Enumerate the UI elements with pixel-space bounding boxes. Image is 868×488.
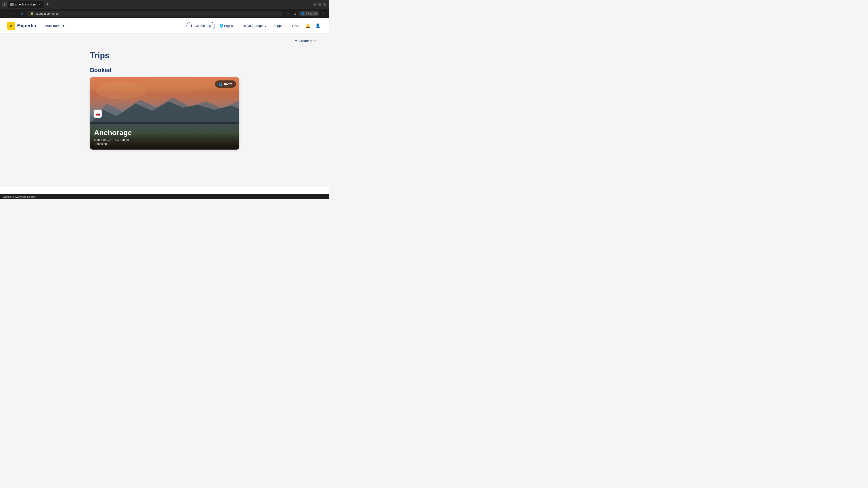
trip-dates: Mon, Feb 19 - Thu, Feb 29: [94, 138, 235, 141]
trip-destination: Anchorage: [94, 129, 235, 137]
support-button[interactable]: Support: [271, 22, 287, 29]
trip-card[interactable]: 👥 Invite 🚗 Anchorage Mon, Feb 19 - Thu, …: [90, 77, 239, 150]
invite-button[interactable]: 👥 Invite: [215, 80, 236, 88]
reload-button[interactable]: ✕: [19, 10, 25, 17]
incognito-button[interactable]: 👤 Incognito: [299, 11, 319, 16]
notifications-button[interactable]: 🔔: [304, 22, 312, 30]
status-text: Waiting for www.expedia.com...: [3, 195, 37, 198]
website-content: Expedia More travel ▾ ⬇ Get the app 🌐 En…: [0, 18, 329, 194]
create-trip-button[interactable]: + Create a trip: [292, 37, 320, 44]
car-icon: 🚗: [95, 111, 100, 116]
status-bar: Waiting for www.expedia.com...: [0, 194, 329, 199]
globe-icon: 🌐: [219, 24, 223, 28]
trips-label: Trips: [292, 24, 299, 28]
tab-list: ▾ expedia.com/trips × +: [2, 1, 50, 8]
close-button[interactable]: [323, 3, 327, 6]
browser-chrome: ▾ expedia.com/trips × + ← → ✕ 🔒: [0, 0, 329, 18]
more-travel-button[interactable]: More travel ▾: [41, 22, 67, 30]
toolbar-actions: ☆ ⧉ 👤 Incognito ⋮: [284, 10, 327, 17]
chevron-down-icon: ▾: [63, 24, 64, 28]
create-trip-label: Create a trip: [299, 39, 317, 43]
logo-icon: [7, 22, 16, 30]
main-content: + Create a trip Trips Booked: [0, 33, 329, 187]
tab-dropdown-button[interactable]: ▾: [2, 2, 7, 7]
language-label: English: [224, 24, 235, 28]
reload-icon: ✕: [21, 11, 24, 16]
more-travel-label: More travel: [44, 24, 61, 28]
create-trip-bar: + Create a trip: [0, 33, 329, 46]
more-icon: ⋮: [322, 12, 325, 15]
lock-icon: 🔒: [30, 12, 34, 15]
maximize-button[interactable]: [318, 3, 321, 6]
new-tab-button[interactable]: +: [45, 2, 50, 7]
bell-icon: 🔔: [305, 23, 310, 28]
logo-text: Expedia: [17, 23, 36, 29]
address-bar[interactable]: 🔒 expedia.com/trips: [27, 11, 283, 17]
browser-titlebar: ▾ expedia.com/trips × +: [0, 0, 329, 9]
list-property-label: List your property: [242, 24, 266, 28]
language-button[interactable]: 🌐 English: [217, 22, 237, 29]
trip-info: Anchorage Mon, Feb 19 - Thu, Feb 29 1 bo…: [90, 125, 239, 150]
star-icon: ☆: [286, 12, 289, 15]
mountain-svg: [90, 95, 239, 124]
incognito-profile-icon: 👤: [301, 12, 305, 15]
account-button[interactable]: 👤: [314, 22, 322, 30]
browser-toolbar: ← → ✕ 🔒 expedia.com/trips ☆ ⧉ 👤 Incognit…: [0, 9, 329, 18]
tab-title: expedia.com/trips: [15, 3, 36, 6]
user-icon: 👤: [315, 23, 320, 28]
nav-right: ⬇ Get the app 🌐 English List your proper…: [186, 22, 322, 30]
expedia-logo[interactable]: Expedia: [7, 22, 36, 30]
download-icon: ⬇: [190, 24, 193, 28]
star-button[interactable]: ☆: [284, 10, 291, 17]
sidebar-button[interactable]: ⧉: [291, 10, 298, 17]
trip-bookings: 1 booking: [94, 142, 235, 145]
booked-section-title: Booked: [90, 67, 239, 74]
active-tab[interactable]: expedia.com/trips ×: [8, 1, 44, 8]
page-title: Trips: [90, 51, 239, 60]
back-icon: ←: [4, 11, 8, 15]
tab-close-button[interactable]: ×: [37, 3, 41, 6]
invite-label: Invite: [224, 82, 232, 86]
forward-icon: →: [12, 11, 16, 15]
content-area: Trips Booked: [86, 46, 244, 159]
tab-dropdown-icon: ▾: [4, 3, 5, 6]
back-button[interactable]: ←: [3, 10, 9, 17]
shoreline: [90, 122, 239, 124]
invite-icon: 👥: [219, 82, 222, 86]
url-text: expedia.com/trips: [35, 12, 279, 15]
incognito-label: Incognito: [306, 12, 317, 15]
trips-button[interactable]: Trips: [289, 22, 302, 29]
support-label: Support: [273, 24, 284, 28]
tab-favicon: [10, 3, 13, 6]
list-property-button[interactable]: List your property: [239, 22, 269, 29]
get-app-button[interactable]: ⬇ Get the app: [186, 22, 215, 29]
minimize-button[interactable]: [313, 3, 316, 6]
site-header: Expedia More travel ▾ ⬇ Get the app 🌐 En…: [0, 18, 329, 33]
get-app-label: Get the app: [194, 24, 211, 28]
more-button[interactable]: ⋮: [320, 10, 327, 17]
forward-button[interactable]: →: [11, 10, 17, 17]
sidebar-icon: ⧉: [293, 12, 296, 15]
plus-icon: +: [295, 38, 298, 43]
car-icon-badge: 🚗: [94, 109, 102, 118]
